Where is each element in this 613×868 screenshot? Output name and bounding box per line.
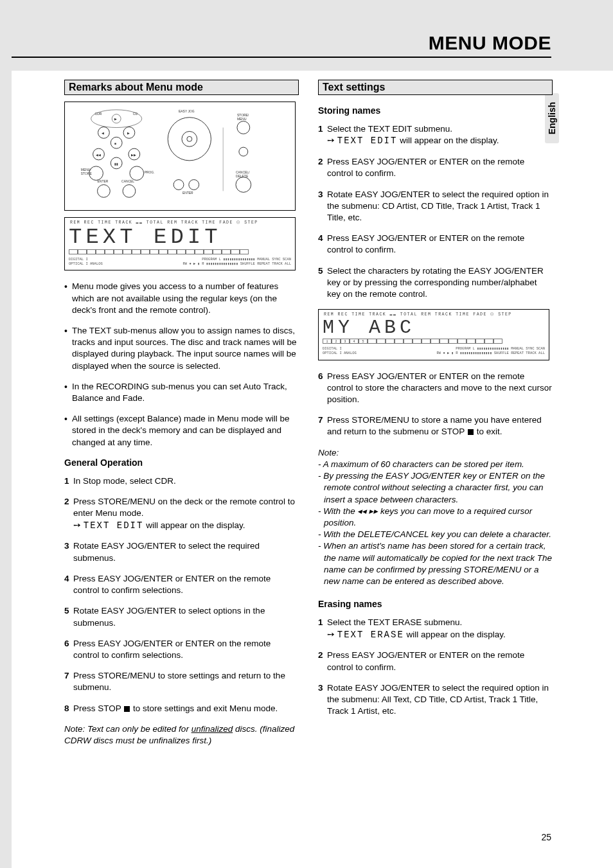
store-step-1: 1 Select the TEXT EDIT submenu. ➙ TEXT E… [318,123,553,147]
erasing-steps: 1 Select the TEXT ERASE submenu. ➙ TEXT … [318,617,553,717]
lcd-bm2: RW ● ▶ ▮ R ▮▮▮▮▮▮▮▮▮▮▮▮▮▮▮ SHUFFLE REPEA… [182,261,291,266]
step-7: 7Press STORE/MENU to store settings and … [64,670,299,693]
note-2: - By pressing the EASY JOG/ENTER key or … [318,470,553,506]
storing-steps-a: 1 Select the TEXT EDIT submenu. ➙ TEXT E… [318,123,553,300]
step-8: 8 Press STOP to store settings and exit … [64,703,299,714]
lcd-bl1: DIGITAL I [69,257,88,261]
store-step-3: 3Rotate EASY JOG/ENTER to select the req… [318,189,553,224]
erase-step-2: 2Press EASY JOG/ENTER or ENTER on the re… [318,650,553,673]
svg-text:EASY JOG: EASY JOG [179,110,195,113]
bullet-2: The TEXT sub-menus allow you to assign n… [64,325,299,372]
svg-point-26 [168,118,211,161]
svg-point-28 [187,136,192,141]
note-5: - When an artist's name has been stored … [318,540,553,587]
svg-text:▶: ▶ [127,132,130,135]
left-footnote: Note: Text can only be edited for unfina… [64,723,299,747]
note-1: - A maximum of 60 characters can be stor… [318,459,553,470]
bullet-4: All settings (except Balance) made in Me… [64,413,299,448]
lcd2-bm2: RW ● ▶ ▮ R ▮▮▮▮▮▮▮▮▮▮▮▮▮▮▮ SHUFFLE REPEA… [436,351,545,355]
lcd-cells [69,249,291,254]
svg-point-18 [130,166,144,181]
lcd-display-text-edit: REM REC TIME TRACK ▬▬ TOTAL REM TRACK TI… [64,217,296,270]
left-column: Remarks about Menu mode CDRCD ▶ ◀ ▶ ■ ◀◀… [64,80,299,747]
svg-text:CANCEL: CANCEL [121,180,134,183]
step-6: 6Press EASY JOG/ENTER or ENTER on the re… [64,638,299,661]
store-step-5: 5Select the characters by rotating the E… [318,265,553,301]
right-section-header: Text settings [318,80,553,95]
lcd-display-my-abc: REM REC TIME TRACK ▬▬ TOTAL REM TRACK TI… [318,309,549,360]
svg-point-30 [173,180,184,190]
storing-names-heading: Storing names [318,105,553,116]
svg-point-40 [239,147,248,156]
svg-text:ENTER: ENTER [182,191,193,195]
svg-text:▶▶: ▶▶ [131,154,136,157]
control-panel-illustration: CDRCD ▶ ◀ ▶ ■ ◀◀ ▶▶ ▮▮ MENU/STORE PROG. … [64,102,296,211]
svg-point-33 [237,121,250,134]
svg-text:ENTER: ENTER [98,180,109,183]
bullet-1: Menu mode gives you access to a number o… [64,281,299,316]
store-step-7: 7 Press STORE/MENU to store a name you h… [318,414,553,438]
svg-text:◀: ◀ [102,132,104,135]
svg-point-36 [236,177,251,193]
page-number: 25 [541,832,551,842]
note-4: - With the DELETE/CANCEL key you can del… [318,529,553,540]
stop-icon [124,706,130,712]
erasing-names-heading: Erasing names [318,599,553,609]
lcd2-bl1: DIGITAL I [323,346,342,351]
store-step-6: 6Press EASY JOG/ENTER or ENTER on the re… [318,371,553,406]
svg-text:DELETE: DELETE [236,175,249,178]
store-step-4: 4Press EASY JOG/ENTER or ENTER on the re… [318,233,553,256]
lcd-main-text: TEXT EDIT [69,226,291,248]
general-operation-heading: General Operation [64,457,299,468]
lcd2-top-labels: REM REC TIME TRACK ▬▬ TOTAL REM TRACK TI… [323,312,545,317]
step-5: 5Rotate EASY JOG/ENTER to select options… [64,605,299,628]
svg-text:▮▮: ▮▮ [114,163,118,166]
svg-text:CD: CD [133,112,138,116]
svg-point-22 [98,184,111,197]
remarks-bullets: Menu mode gives you access to a number o… [64,281,299,448]
svg-text:MENU/: MENU/ [81,168,92,172]
svg-text:STORE/: STORE/ [237,114,249,117]
svg-text:▶: ▶ [114,118,117,121]
lcd-bl2: OPTICAL I ANALOG [69,261,103,266]
lcd2-cells: 12 34 5 [323,339,545,344]
lcd-bm1: PROGRAM L ▮▮▮▮▮▮▮▮▮▮▮▮▮▮▮ MANUAL SYNC SC… [202,257,291,261]
svg-point-23 [123,184,136,197]
erase-step-1: 1 Select the TEXT ERASE submenu. ➙ TEXT … [318,617,553,641]
bullet-3: In the RECORDING sub-menus you can set A… [64,381,299,404]
step-4: 4Press EASY JOG/ENTER or ENTER on the re… [64,573,299,596]
erase-step-3: 3Rotate EASY JOG/ENTER to select the req… [318,682,553,718]
step-1: 1In Stop mode, select CDR. [64,475,299,487]
notes-block: Note: - A maximum of 60 characters can b… [318,447,553,588]
general-steps: 1In Stop mode, select CDR. 2 Press STORE… [64,475,299,714]
svg-point-31 [189,180,199,190]
svg-text:◀◀: ◀◀ [96,154,101,157]
svg-text:CDR: CDR [95,112,102,116]
step-3: 3Rotate EASY JOG/ENTER to select the req… [64,540,299,563]
page-title: MENU MODE [429,32,551,54]
store-step-2: 2Press EASY JOG/ENTER or ENTER on the re… [318,156,553,179]
svg-text:STORE: STORE [81,172,93,175]
lcd-top-labels: REM REC TIME TRACK ▬▬ TOTAL REM TRACK TI… [69,220,291,225]
title-rule [12,57,551,58]
right-column: Text settings Storing names 1 Select the… [318,80,553,747]
storing-steps-b: 6Press EASY JOG/ENTER or ENTER on the re… [318,371,553,438]
svg-text:PROG.: PROG. [145,171,155,174]
lcd2-main-text: MY ABC [323,318,545,337]
svg-point-27 [182,131,197,146]
svg-text:CANCEL/: CANCEL/ [236,171,250,174]
svg-text:MENU: MENU [237,118,247,121]
note-3: - With the ◂◂ ▸▸ keys you can move to a … [318,506,553,529]
left-section-header: Remarks about Menu mode [64,80,299,95]
svg-text:■: ■ [114,142,116,145]
note-heading: Note: [318,447,553,459]
lcd2-bm1: PROGRAM L ▮▮▮▮▮▮▮▮▮▮▮▮▮▮▮ MANUAL SYNC SC… [456,346,545,351]
lcd2-bl2: OPTICAL I ANALOG [323,351,357,355]
stop-icon [468,429,474,435]
step-2: 2 Press STORE/MENU on the deck or the re… [64,496,299,531]
